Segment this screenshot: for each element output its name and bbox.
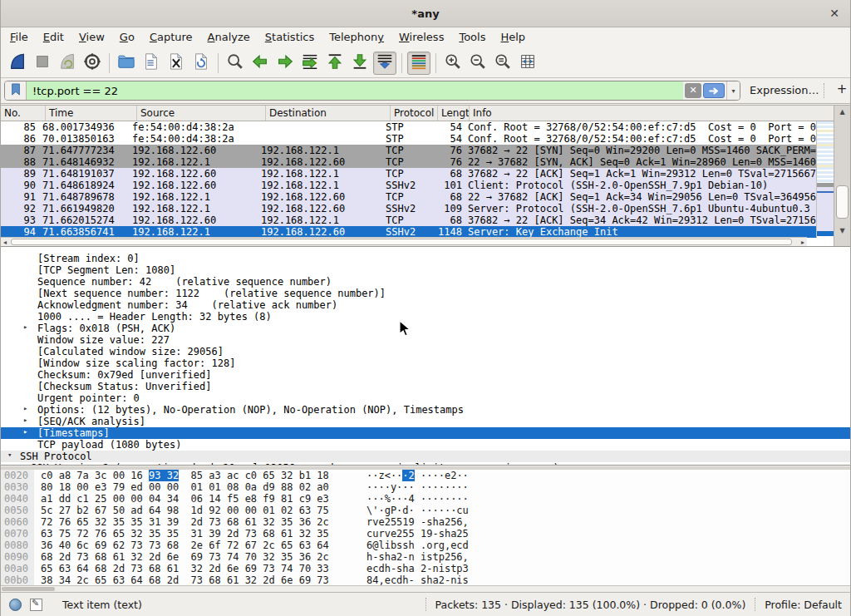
zoom-in-button[interactable]	[441, 52, 465, 75]
column-header-length[interactable]: Length	[438, 106, 470, 121]
menu-statistics[interactable]: Statistics	[258, 27, 322, 48]
clear-filter-button[interactable]: ✕	[685, 83, 701, 98]
hex-row[interactable]: 006072 76 65 32 35 35 31 39 2d 73 68 61 …	[1, 516, 850, 528]
packet-row[interactable]: 9071.648618924192.168.122.60192.168.122.…	[1, 180, 816, 191]
detail-line[interactable]: ▸SSH Version 2 (encryption:chacha20-poly…	[1, 462, 850, 466]
menu-telephony[interactable]: Telephony	[322, 27, 391, 48]
close-file-button[interactable]	[165, 52, 188, 75]
packet-row[interactable]: 8971.648191037192.168.122.60192.168.122.…	[1, 168, 816, 180]
hex-row[interactable]: 009068 2d 73 68 61 32 2d 6e 69 73 74 70 …	[1, 551, 850, 563]
start-capture-button[interactable]	[6, 52, 29, 75]
menu-help[interactable]: Help	[493, 27, 533, 48]
detail-line[interactable]: Checksum: 0x79ed [unverified]	[1, 369, 850, 381]
hex-ascii[interactable]: curve255 19-sha25	[366, 528, 469, 540]
go-to-packet-button[interactable]	[298, 52, 322, 75]
expander-down-icon[interactable]: ▾	[7, 451, 12, 459]
menu-view[interactable]: View	[71, 27, 112, 48]
detail-line[interactable]: Sequence number: 42 (relative sequence n…	[1, 276, 850, 288]
restart-capture-button[interactable]	[56, 52, 79, 75]
column-header-protocol[interactable]: Protocol	[391, 106, 438, 121]
hex-row[interactable]: 008036 40 6c 69 62 73 73 68 2e 6f 72 67 …	[1, 540, 850, 551]
expander-right-icon[interactable]: ▸	[23, 404, 27, 412]
detail-line[interactable]: [Window size scaling factor: 128]	[1, 357, 850, 369]
packet-list-vscrollbar[interactable]: ▲ ▼	[834, 106, 850, 247]
menu-tools[interactable]: Tools	[451, 27, 493, 48]
scroll-down-arrow[interactable]: ▼	[834, 225, 850, 237]
detail-line[interactable]: Urgent pointer: 0	[1, 392, 850, 404]
hex-ascii[interactable]: rve25519 -sha256,	[366, 516, 469, 528]
packet-row[interactable]: 8568.001734936fe:54:00:d4:38:2aSTP54Conf…	[1, 121, 816, 133]
packet-row[interactable]: 8670.013850163fe:54:00:d4:38:2aSTP54Conf…	[1, 133, 816, 145]
bytes-hscrollbar-thumb[interactable]	[2, 587, 55, 591]
expander-right-icon[interactable]: ▸	[23, 416, 27, 424]
hex-row[interactable]: 007063 75 72 76 65 32 35 35 31 39 2d 73 …	[1, 528, 850, 540]
menu-wireless[interactable]: Wireless	[391, 27, 451, 48]
colorize-button[interactable]	[407, 52, 430, 75]
hex-row[interactable]: 00a065 63 64 68 2d 73 68 61 32 2d 6e 69 …	[1, 563, 850, 574]
go-forward-button[interactable]	[273, 52, 297, 75]
column-header-source[interactable]: Source	[137, 106, 266, 121]
hex-bytes[interactable]: 63 75 72 76 65 32 35 35 31 39 2d 73 68 6…	[41, 528, 329, 540]
hex-row[interactable]: 0040a1 dd c1 25 00 00 04 34 06 14 f5 e8 …	[1, 493, 850, 505]
go-last-button[interactable]	[348, 52, 371, 75]
hex-row[interactable]: 003080 18 00 e3 79 ed 00 00 01 01 08 0a …	[1, 481, 850, 493]
column-header-time[interactable]: Time	[46, 106, 137, 121]
packet-row[interactable]: 9171.648789678192.168.122.1192.168.122.6…	[1, 191, 816, 203]
packet-list-hscrollbar[interactable]: ◂ ▸	[1, 237, 807, 246]
expander-right-icon[interactable]: ▸	[23, 427, 27, 436]
detail-line[interactable]: ▾SSH Protocol	[1, 451, 850, 462]
detail-line[interactable]: [Stream index: 0]	[1, 253, 850, 264]
capture-file-properties-icon[interactable]	[9, 599, 22, 611]
detail-line[interactable]: ▸[Timestamps]	[1, 427, 850, 439]
close-window-button[interactable]: ✕	[827, 6, 842, 21]
display-filter-input[interactable]	[27, 81, 683, 100]
hex-row[interactable]: 0020c0 a8 7a 3c 00 16 93 32 85 a3 ac c0 …	[1, 470, 850, 481]
packet-row[interactable]: 9471.663856741192.168.122.1192.168.122.6…	[1, 226, 816, 238]
detail-line[interactable]: [TCP Segment Len: 1080]	[1, 264, 850, 276]
packet-row[interactable]: 9271.661949820192.168.122.1192.168.122.6…	[1, 203, 816, 214]
menu-capture[interactable]: Capture	[142, 27, 200, 48]
filter-history-dropdown[interactable]: ▾	[726, 81, 740, 100]
hscrollbar-thumb[interactable]	[11, 239, 792, 245]
detail-line[interactable]: TCP payload (1080 bytes)	[1, 439, 850, 451]
hex-ascii[interactable]: ecdh-sha 2-nistp3	[366, 563, 469, 574]
status-profile[interactable]: Profile: Default	[765, 599, 842, 611]
detail-line[interactable]: ▸[SEQ/ACK analysis]	[1, 416, 850, 427]
expander-right-icon[interactable]: ▸	[18, 462, 22, 466]
open-file-button[interactable]	[115, 52, 138, 75]
go-first-button[interactable]	[323, 52, 347, 75]
apply-filter-button[interactable]	[703, 83, 725, 98]
hex-ascii[interactable]: ····y··· ········	[366, 481, 469, 493]
hex-bytes[interactable]: 38 34 2c 65 63 64 68 2d 73 68 61 32 2d 6…	[41, 574, 329, 585]
expander-right-icon[interactable]: ▸	[23, 323, 27, 331]
capture-comment-icon[interactable]	[30, 599, 42, 611]
detail-line[interactable]: [Checksum Status: Unverified]	[1, 381, 850, 392]
menu-edit[interactable]: Edit	[36, 27, 71, 48]
hex-ascii[interactable]: ··z<···2 ····e2··	[366, 470, 469, 481]
hex-ascii[interactable]: h-sha2-n istp256,	[366, 551, 469, 563]
go-back-button[interactable]	[248, 52, 272, 75]
hex-bytes[interactable]: 68 2d 73 68 61 32 2d 6e 69 73 74 70 32 3…	[41, 551, 329, 563]
hex-ascii[interactable]: 84,ecdh- sha2-nis	[366, 574, 469, 585]
column-header-destination[interactable]: Destination	[266, 106, 391, 121]
detail-line[interactable]: ▸Options: (12 bytes), No-Operation (NOP)…	[1, 404, 850, 416]
scroll-up-arrow[interactable]: ▲	[834, 106, 850, 118]
menu-file[interactable]: File	[2, 27, 36, 48]
hex-bytes[interactable]: 80 18 00 e3 79 ed 00 00 01 01 08 0a d9 8…	[41, 481, 329, 493]
hex-ascii[interactable]: 6@libssh .org,ecd	[366, 540, 469, 551]
hex-row[interactable]: 00b038 34 2c 65 63 64 68 2d 73 68 61 32 …	[1, 574, 850, 585]
column-header-info[interactable]: Info	[470, 106, 835, 121]
resize-columns-button[interactable]	[516, 52, 539, 75]
hex-bytes[interactable]: 36 40 6c 69 62 73 73 68 2e 6f 72 67 2c 6…	[41, 540, 329, 551]
capture-options-button[interactable]	[81, 52, 104, 75]
detail-line[interactable]: [Next sequence number: 1122 (relative se…	[1, 288, 850, 299]
menu-go[interactable]: Go	[112, 27, 142, 48]
packet-row[interactable]: 8871.648146932192.168.122.1192.168.122.6…	[1, 156, 816, 168]
column-header-no[interactable]: No.	[1, 106, 46, 121]
detail-line[interactable]: ▸Flags: 0x018 (PSH, ACK)	[1, 323, 850, 334]
hex-bytes[interactable]: a1 dd c1 25 00 00 04 34 06 14 f5 e8 f9 8…	[41, 493, 329, 505]
add-filter-button[interactable]: +	[834, 81, 849, 98]
detail-line[interactable]: Acknowledgment number: 34 (relative ack …	[1, 299, 850, 311]
hex-row[interactable]: 00505c 27 b2 67 50 ad 64 98 1d 92 00 00 …	[1, 505, 850, 516]
zoom-original-button[interactable]	[491, 52, 514, 75]
